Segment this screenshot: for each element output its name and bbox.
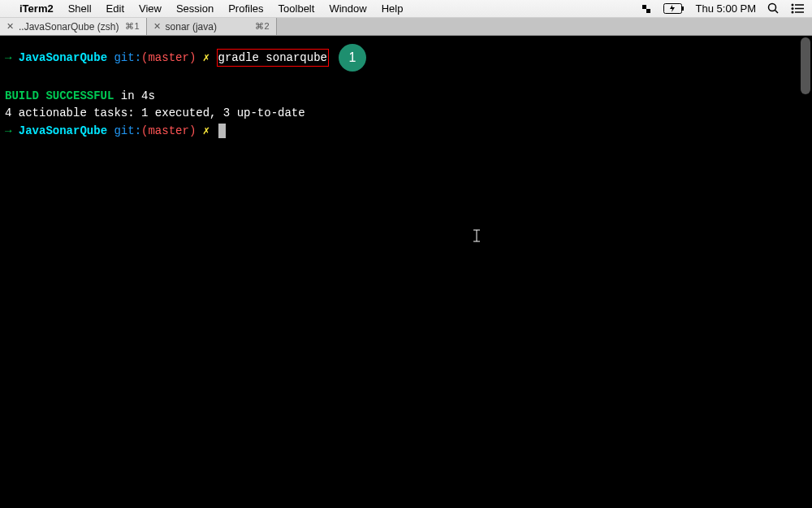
svg-rect-1 <box>682 7 684 11</box>
close-tab-icon[interactable]: ✕ <box>153 21 161 32</box>
prompt-arrow-icon: → <box>5 123 11 139</box>
tab-bar: ✕ ..JavaSonarQube (zsh) ⌘1 ✕ sonar (java… <box>0 18 812 36</box>
command-highlight-box: gradle sonarqube <box>217 49 329 67</box>
prompt-arrow-icon: → <box>5 50 11 66</box>
prompt-git-label: git: <box>114 50 141 66</box>
terminal-cursor <box>218 124 226 138</box>
build-result-line: BUILD SUCCESSFUL in 4s <box>5 88 807 104</box>
tasks-summary-line: 4 actionable tasks: 1 executed, 3 up-to-… <box>5 105 807 121</box>
prompt-dirty-icon: ✗ <box>203 123 209 139</box>
spotlight-search-icon[interactable] <box>767 2 780 15</box>
build-success-text: BUILD SUCCESSFUL <box>5 89 114 102</box>
tab-sonar-java[interactable]: ✕ sonar (java) ⌘2 <box>147 18 277 35</box>
menu-toolbelt[interactable]: Toolbelt <box>279 2 315 15</box>
menu-shell[interactable]: Shell <box>68 2 92 15</box>
prompt-branch: master <box>148 123 188 139</box>
menu-window[interactable]: Window <box>329 2 366 15</box>
battery-icon[interactable] <box>663 3 685 14</box>
entered-command: gradle sonarqube <box>218 51 327 64</box>
scrollbar-thumb[interactable] <box>801 37 810 94</box>
notification-center-icon[interactable] <box>791 3 804 14</box>
svg-point-8 <box>792 11 794 14</box>
prompt-dir: JavaSonarQube <box>19 123 107 139</box>
menu-session[interactable]: Session <box>176 2 214 15</box>
build-time-text: in 4s <box>114 89 154 102</box>
tab-javasonarqube[interactable]: ✕ ..JavaSonarQube (zsh) ⌘1 <box>0 18 147 35</box>
prompt-dirty-icon: ✗ <box>203 50 209 66</box>
prompt-line-2: → JavaSonarQube git:(master) ✗ <box>5 123 807 139</box>
tab-shortcut: ⌘2 <box>255 21 269 32</box>
tab-shortcut: ⌘1 <box>125 21 139 32</box>
prompt-git-label: git: <box>114 123 141 139</box>
annotation-badge-1: 1 <box>339 44 366 72</box>
prompt-dir: JavaSonarQube <box>19 50 107 66</box>
macos-menubar: iTerm2 Shell Edit View Session Profiles … <box>0 0 812 18</box>
tab-label: sonar (java) <box>166 21 249 33</box>
menu-view[interactable]: View <box>139 2 162 15</box>
app-name[interactable]: iTerm2 <box>19 2 54 15</box>
svg-line-3 <box>775 11 779 14</box>
status-app-icon[interactable] <box>641 3 652 15</box>
menubar-clock[interactable]: Thu 5:00 PM <box>696 2 756 15</box>
svg-point-6 <box>792 7 794 10</box>
tab-label: ..JavaSonarQube (zsh) <box>19 21 119 33</box>
menu-help[interactable]: Help <box>382 2 404 15</box>
close-tab-icon[interactable]: ✕ <box>6 21 14 32</box>
text-cursor-ibeam-icon <box>473 229 480 249</box>
prompt-line-1: → JavaSonarQube git:(master) ✗ gradle so… <box>5 44 807 72</box>
svg-point-2 <box>769 4 776 11</box>
menu-edit[interactable]: Edit <box>106 2 124 15</box>
prompt-branch: master <box>148 50 188 66</box>
svg-point-4 <box>792 4 794 7</box>
menu-profiles[interactable]: Profiles <box>228 2 263 15</box>
terminal-viewport[interactable]: → JavaSonarQube git:(master) ✗ gradle so… <box>0 36 812 508</box>
